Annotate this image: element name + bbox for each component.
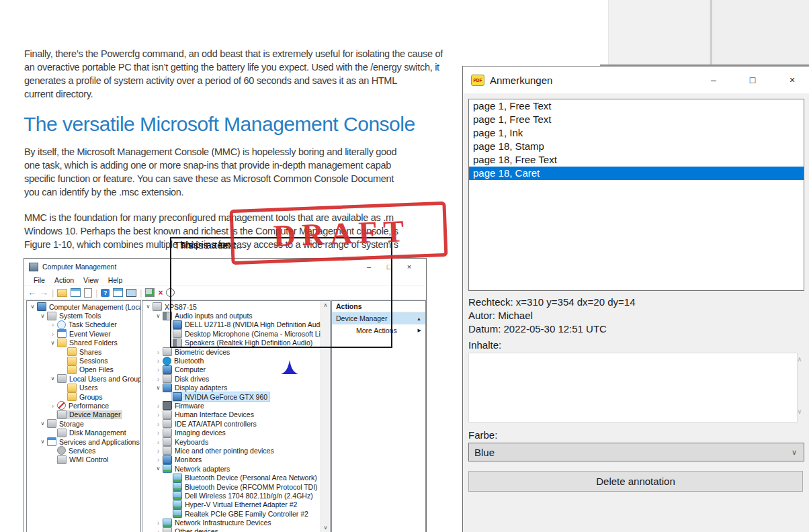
tree-item-body[interactable]: Event Viewer — [56, 329, 113, 338]
back-icon[interactable]: ← — [28, 287, 36, 298]
expand-triangle-icon[interactable]: ▶ — [418, 328, 421, 333]
tree-item[interactable]: ›Keyboards — [142, 437, 321, 446]
expanded-chevron-icon[interactable]: ∨ — [49, 375, 56, 382]
window-icon[interactable] — [113, 288, 123, 297]
remote-desktop-icon[interactable] — [126, 289, 136, 297]
tree-item[interactable]: ›Biometric devices — [142, 347, 321, 356]
tree-item[interactable]: Bluetooth Device (RFCOMM Protocol TDI) — [142, 482, 321, 491]
annotation-list-item[interactable]: page 18, Stamp — [469, 140, 804, 153]
color-select[interactable]: Blue ∨ — [468, 443, 804, 461]
expanded-chevron-icon[interactable]: ∨ — [29, 304, 36, 310]
collapsed-chevron-icon[interactable]: › — [155, 349, 162, 355]
close-icon[interactable]: × — [399, 263, 419, 271]
tree-item-body[interactable]: Other devices — [162, 527, 220, 532]
tree-item[interactable]: Hyper-V Virtual Ethernet Adapter #2 — [142, 500, 321, 509]
tree-item[interactable]: ›Disk drives — [142, 374, 321, 383]
collapsed-chevron-icon[interactable]: › — [155, 447, 162, 454]
expanded-chevron-icon[interactable]: ∨ — [155, 313, 162, 319]
tree-item[interactable]: Open Files — [27, 365, 140, 374]
tree-item[interactable]: ∨Network adapters — [142, 464, 321, 473]
annotation-list-item[interactable]: page 1, Ink — [469, 126, 804, 140]
tree-item-body[interactable]: Keyboards — [162, 437, 210, 446]
expanded-chevron-icon[interactable]: ∨ — [155, 385, 162, 391]
tree-item[interactable]: ∨System Tools — [27, 311, 140, 320]
annotation-list-item[interactable]: page 18, Caret — [469, 167, 804, 180]
textarea-scroll-down-icon[interactable]: ∨ — [795, 408, 804, 415]
collapsed-chevron-icon[interactable]: › — [155, 366, 162, 373]
tree-item-body[interactable]: Dell Wireless 1704 802.11b/g/n (2.4GHz) — [172, 491, 315, 500]
tree-item-body[interactable]: Storage — [46, 419, 86, 428]
tree-item[interactable]: ›Other devices — [142, 527, 321, 532]
up-level-icon[interactable] — [57, 289, 67, 297]
tree-item[interactable]: Users — [27, 384, 140, 392]
tree-item[interactable]: ›Network Infrastructure Devices — [142, 518, 321, 527]
annotation-list-item[interactable]: page 18, Free Text — [469, 153, 804, 167]
collapsed-chevron-icon[interactable]: › — [155, 411, 162, 418]
tree-item[interactable]: ›Imaging devices — [142, 428, 321, 437]
tree-item-body[interactable]: Firmware — [162, 401, 206, 410]
scan-hardware-icon[interactable] — [145, 288, 155, 297]
tree-item-body[interactable]: Network Infrastructure Devices — [162, 519, 273, 527]
collapsed-chevron-icon[interactable]: › — [49, 330, 56, 337]
properties-icon[interactable] — [84, 288, 92, 298]
collapsed-chevron-icon[interactable]: › — [155, 402, 162, 409]
tree-item-body[interactable]: Biometric devices — [162, 347, 232, 356]
collapsed-chevron-icon[interactable]: › — [49, 402, 56, 409]
tree-item[interactable]: ›Firmware — [142, 401, 321, 410]
annotation-list[interactable]: page 1, Free Textpage 1, Free Textpage 1… — [468, 99, 804, 291]
tree-item[interactable]: NVIDIA GeForce GTX 960 — [142, 392, 321, 401]
collapse-triangle-icon[interactable]: ▲ — [417, 316, 421, 321]
menu-item-view[interactable]: View — [83, 276, 99, 284]
tree-item-body[interactable]: System Tools — [46, 312, 103, 320]
annotation-list-item[interactable]: page 1, Free Text — [469, 113, 804, 126]
tree-item[interactable]: ∨Local Users and Groups — [27, 374, 140, 383]
tree-item-body[interactable]: Bluetooth — [162, 357, 206, 365]
tree-item-body[interactable]: Services — [56, 446, 97, 455]
collapsed-chevron-icon[interactable]: › — [155, 375, 162, 382]
expanded-chevron-icon[interactable]: ∨ — [39, 313, 46, 319]
menu-item-help[interactable]: Help — [108, 276, 123, 284]
tree-item[interactable]: ∨Computer Management (Local) — [27, 302, 140, 311]
collapsed-chevron-icon[interactable]: › — [155, 456, 162, 463]
tree-item[interactable]: Device Manager — [27, 410, 140, 419]
contents-textarea[interactable] — [468, 353, 798, 423]
close-icon[interactable]: × — [781, 66, 804, 93]
tree-item[interactable]: ›Human Interface Devices — [142, 410, 321, 419]
tree-item-body[interactable]: Local Users and Groups — [56, 374, 141, 383]
tree-item[interactable]: WMI Control — [27, 455, 140, 464]
maximize-icon[interactable]: □ — [741, 66, 764, 93]
tree-item[interactable]: Groups — [27, 392, 140, 401]
tree-item[interactable]: Bluetooth Device (Personal Area Network) — [142, 473, 321, 482]
delete-annotation-button[interactable]: Delete annotation — [468, 471, 803, 492]
collapsed-chevron-icon[interactable]: › — [155, 528, 162, 532]
annotation-list-item[interactable]: page 1, Free Text — [469, 99, 804, 113]
tree-item-body[interactable]: Services and Applications — [46, 437, 141, 446]
uninstall-icon[interactable]: × — [158, 288, 163, 298]
tree-item-selected[interactable]: NVIDIA GeForce GTX 960 — [172, 392, 269, 401]
tree-item[interactable]: Realtek PCIe GBE Family Controller #2 — [142, 509, 321, 518]
tree-item-body[interactable]: Performance — [56, 401, 111, 410]
collapsed-chevron-icon[interactable]: › — [155, 439, 162, 445]
tree-item-body[interactable]: Groups — [67, 392, 104, 401]
tree-item-body[interactable]: Bluetooth Device (RFCOMM Protocol TDI) — [172, 482, 320, 491]
tree-item-body[interactable]: Users — [67, 384, 99, 392]
tree-item-body[interactable]: Realtek PCIe GBE Family Controller #2 — [172, 509, 310, 518]
tree-item-body[interactable]: Disk drives — [162, 374, 211, 383]
collapsed-chevron-icon[interactable]: › — [155, 420, 162, 427]
tree-item[interactable]: ∨Display adapters — [142, 384, 321, 392]
tree-item[interactable]: ›Task Scheduler — [27, 320, 140, 329]
draft-stamp[interactable]: DRAFT — [230, 202, 448, 265]
expanded-chevron-icon[interactable]: ∨ — [49, 340, 56, 346]
tree-item-body[interactable]: Open Files — [67, 365, 116, 374]
tree-item[interactable]: Dell Wireless 1704 802.11b/g/n (2.4GHz) — [142, 491, 321, 500]
tree-item-body[interactable]: IDE ATA/ATAPI controllers — [162, 419, 259, 428]
tree-item-body[interactable]: Human Interface Devices — [162, 410, 256, 419]
scroll-down-icon[interactable]: ∨ — [321, 523, 330, 532]
tree-item[interactable]: ›IDE ATA/ATAPI controllers — [142, 419, 321, 428]
collapsed-chevron-icon[interactable]: › — [49, 321, 56, 328]
caret-annotation[interactable] — [280, 359, 299, 374]
tree-item-body[interactable]: Mice and other pointing devices — [162, 446, 276, 455]
collapsed-chevron-icon[interactable]: › — [155, 429, 162, 436]
expanded-chevron-icon[interactable]: ∨ — [39, 439, 46, 445]
tree-item[interactable]: ›Event Viewer — [27, 329, 140, 338]
